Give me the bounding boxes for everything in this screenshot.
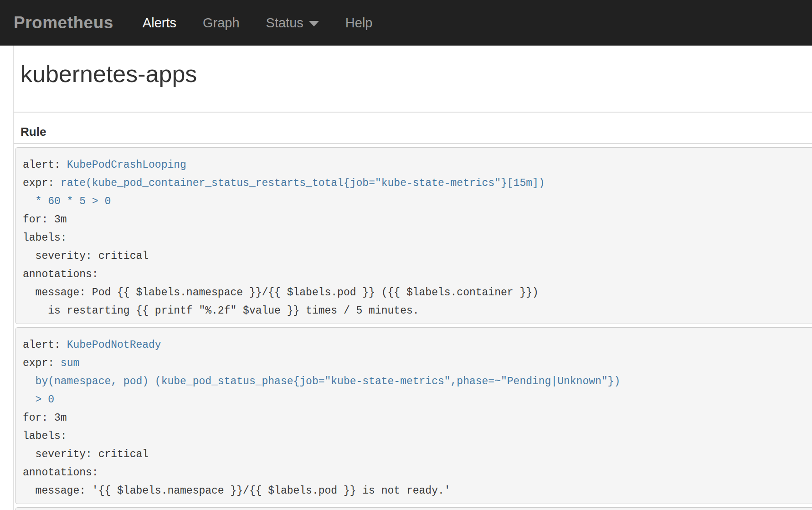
code-text: message: '{{ $labels.namespace }}/{{ $la…	[23, 485, 451, 497]
rule-code-block	[15, 507, 812, 510]
nav-item-graph[interactable]: Graph	[190, 15, 253, 31]
code-line: severity: critical	[23, 445, 812, 464]
code-text	[23, 376, 36, 387]
code-line: is restarting {{ printf "%.2f" $value }}…	[23, 302, 812, 320]
code-text: severity: critical	[23, 448, 149, 460]
code-line: > 0	[23, 391, 812, 409]
code-line: alert: KubePodNotReady	[23, 336, 812, 354]
rule-list: alert: KubePodCrashLoopingexpr: rate(kub…	[14, 147, 812, 510]
rule-expression-link[interactable]: sum	[61, 357, 79, 369]
navbar-nav: Alerts Graph Status Help	[129, 15, 386, 31]
code-line: by(namespace, pod) (kube_pod_status_phas…	[23, 372, 812, 391]
code-text: annotations:	[23, 467, 98, 479]
code-line: labels:	[23, 229, 812, 247]
nav-item-label: Graph	[203, 15, 240, 31]
code-text: expr:	[23, 177, 61, 189]
code-text: annotations:	[23, 268, 98, 280]
code-line: message: Pod {{ $labels.namespace }}/{{ …	[23, 283, 812, 302]
rule-expression-link[interactable]: * 60 * 5 > 0	[36, 196, 111, 207]
rule-column-header: Rule	[14, 113, 812, 144]
code-text: labels:	[23, 430, 67, 442]
code-line: expr: rate(kube_pod_container_status_res…	[23, 174, 812, 192]
code-line: alert: KubePodCrashLooping	[23, 156, 812, 174]
code-line: message: '{{ $labels.namespace }}/{{ $la…	[23, 482, 812, 500]
code-text	[23, 196, 36, 207]
nav-item-alerts[interactable]: Alerts	[129, 15, 190, 31]
code-line: expr: sum	[23, 354, 812, 372]
page-content: kubernetes-apps Rule alert: KubePodCrash…	[13, 46, 812, 510]
code-text: for: 3m	[23, 214, 67, 226]
code-line: labels:	[23, 427, 812, 445]
rule-expression-link[interactable]: KubePodNotReady	[67, 339, 161, 351]
nav-item-status[interactable]: Status	[253, 15, 332, 31]
code-text	[23, 394, 36, 406]
rule-expression-link[interactable]: by(namespace, pod) (kube_pod_status_phas…	[36, 376, 621, 387]
code-line: * 60 * 5 > 0	[23, 192, 812, 211]
rules-table: Rule alert: KubePodCrashLoopingexpr: rat…	[14, 112, 812, 510]
rule-expression-link[interactable]: KubePodCrashLooping	[67, 159, 186, 171]
code-text: message: Pod {{ $labels.namespace }}/{{ …	[23, 287, 539, 299]
nav-item-help[interactable]: Help	[332, 15, 386, 31]
code-text: alert:	[23, 339, 67, 351]
code-line: annotations:	[23, 265, 812, 283]
nav-item-label: Alerts	[143, 15, 176, 31]
rule-expression-link[interactable]: > 0	[36, 394, 54, 406]
code-line: for: 3m	[23, 211, 812, 229]
code-line: severity: critical	[23, 247, 812, 265]
code-text: severity: critical	[23, 250, 149, 262]
code-text: expr:	[23, 357, 61, 369]
brand-link[interactable]: Prometheus	[14, 13, 113, 32]
code-line: annotations:	[23, 464, 812, 482]
code-text: is restarting {{ printf "%.2f" $value }}…	[23, 305, 419, 317]
chevron-down-icon	[309, 21, 319, 26]
code-text: alert:	[23, 159, 67, 171]
nav-item-label: Status	[266, 15, 303, 31]
code-line: for: 3m	[23, 409, 812, 427]
page-title: kubernetes-apps	[14, 46, 812, 87]
code-text: for: 3m	[23, 412, 67, 424]
rule-code-block: alert: KubePodCrashLoopingexpr: rate(kub…	[15, 147, 812, 324]
code-text: labels:	[23, 232, 67, 244]
rule-code-block: alert: KubePodNotReadyexpr: sum by(names…	[15, 327, 812, 504]
rule-expression-link[interactable]: rate(kube_pod_container_status_restarts_…	[61, 177, 545, 189]
navbar: Prometheus Alerts Graph Status Help	[0, 0, 812, 46]
nav-item-label: Help	[345, 15, 373, 31]
